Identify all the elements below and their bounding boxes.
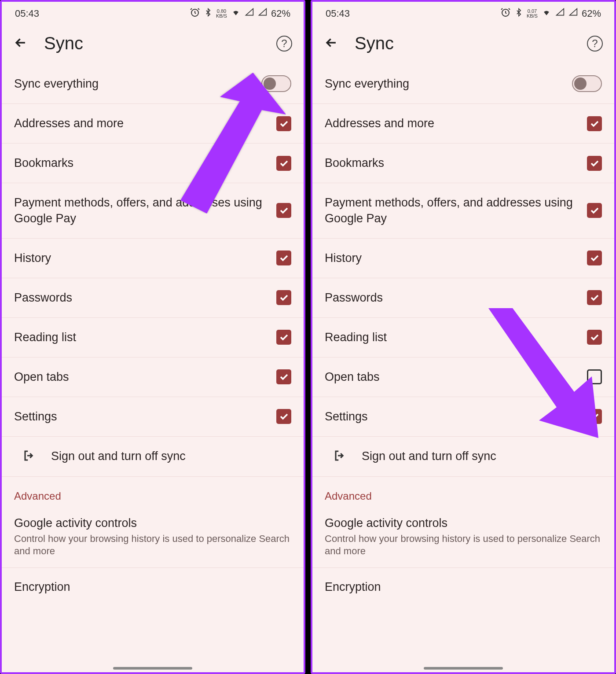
status-time: 05:43 <box>326 8 350 19</box>
sync-item-label: Bookmarks <box>14 155 276 171</box>
sync-everything-label: Sync everything <box>14 76 261 92</box>
sync-item-row[interactable]: Addresses and more <box>312 104 614 144</box>
sync-item-label: History <box>325 250 587 266</box>
network-speed: 0.07 KB/S <box>527 9 538 18</box>
encryption-label: Encryption <box>325 580 602 594</box>
sync-item-checkbox[interactable] <box>587 369 602 384</box>
phone-left: 05:43 0.80 KB/S <box>0 0 305 674</box>
signout-row[interactable]: Sign out and turn off sync <box>2 437 304 477</box>
sync-item-checkbox[interactable] <box>587 290 602 305</box>
gac-title: Google activity controls <box>14 516 291 530</box>
sync-item-label: Addresses and more <box>14 115 276 131</box>
page-header: Sync ? <box>312 24 614 64</box>
sync-item-checkbox[interactable] <box>587 409 602 424</box>
sync-item-label: Bookmarks <box>325 155 587 171</box>
sync-item-label: Open tabs <box>14 369 276 385</box>
sync-item-row[interactable]: Reading list <box>2 318 304 357</box>
sync-item-row[interactable]: Payment methods, offers, and addresses u… <box>312 183 614 239</box>
sync-item-row[interactable]: Settings <box>2 397 304 437</box>
status-bar: 05:43 0.80 KB/S <box>2 2 304 24</box>
page-title: Sync <box>44 33 260 53</box>
signal-icon-1 <box>245 8 254 19</box>
sync-item-row[interactable]: Open tabs <box>312 357 614 397</box>
google-activity-controls-row[interactable]: Google activity controls Control how you… <box>312 507 614 568</box>
sync-everything-label: Sync everything <box>325 76 572 92</box>
sync-item-row[interactable]: Payment methods, offers, and addresses u… <box>2 183 304 239</box>
signal-icon-1 <box>555 8 565 19</box>
sync-item-label: Passwords <box>14 290 276 306</box>
sync-item-row[interactable]: Addresses and more <box>2 104 304 144</box>
bluetooth-icon <box>514 7 523 20</box>
sync-item-row[interactable]: Passwords <box>312 278 614 318</box>
sync-item-label: History <box>14 250 276 266</box>
help-icon[interactable]: ? <box>587 36 603 52</box>
signout-label: Sign out and turn off sync <box>51 449 186 463</box>
signout-label: Sign out and turn off sync <box>362 449 496 463</box>
sync-item-checkbox[interactable] <box>276 156 291 171</box>
sync-item-label: Payment methods, offers, and addresses u… <box>325 195 587 227</box>
bluetooth-icon <box>204 7 213 20</box>
sync-item-checkbox[interactable] <box>276 203 291 218</box>
sync-item-checkbox[interactable] <box>276 290 291 305</box>
sync-item-checkbox[interactable] <box>587 330 602 345</box>
sync-item-row[interactable]: Bookmarks <box>312 144 614 183</box>
google-activity-controls-row[interactable]: Google activity controls Control how you… <box>2 507 304 568</box>
signout-icon <box>334 449 347 464</box>
alarm-icon <box>500 7 511 20</box>
sync-item-row[interactable]: Open tabs <box>2 357 304 397</box>
status-bar: 05:43 0.07 KB/S <box>312 2 614 24</box>
sync-item-label: Payment methods, offers, and addresses u… <box>14 195 276 227</box>
battery-percent: 62% <box>582 8 601 19</box>
sync-everything-row[interactable]: Sync everything <box>2 64 304 104</box>
wifi-icon <box>541 8 552 19</box>
encryption-row[interactable]: Encryption <box>312 568 614 602</box>
sync-item-checkbox[interactable] <box>276 409 291 424</box>
gac-description: Control how your browsing history is use… <box>14 533 291 558</box>
advanced-header: Advanced <box>2 477 304 507</box>
sync-item-checkbox[interactable] <box>587 156 602 171</box>
sync-everything-toggle[interactable] <box>572 75 602 92</box>
nav-handle[interactable] <box>113 667 192 670</box>
sync-item-row[interactable]: Reading list <box>312 318 614 357</box>
wifi-icon <box>231 8 241 19</box>
gac-title: Google activity controls <box>325 516 602 530</box>
battery-percent: 62% <box>271 8 290 19</box>
status-time: 05:43 <box>15 8 39 19</box>
signout-row[interactable]: Sign out and turn off sync <box>312 437 614 477</box>
sync-item-checkbox[interactable] <box>587 250 602 265</box>
back-arrow-icon[interactable] <box>13 35 28 52</box>
sync-everything-toggle[interactable] <box>261 75 291 92</box>
sync-item-label: Reading list <box>14 329 276 345</box>
nav-bar <box>312 663 614 672</box>
sync-item-checkbox[interactable] <box>276 116 291 131</box>
sync-item-row[interactable]: Bookmarks <box>2 144 304 183</box>
sync-item-row[interactable]: Settings <box>312 397 614 437</box>
sync-everything-row[interactable]: Sync everything <box>312 64 614 104</box>
page-header: Sync ? <box>2 24 304 64</box>
phone-right: 05:43 0.07 KB/S <box>311 0 616 674</box>
sync-item-label: Open tabs <box>325 369 587 385</box>
encryption-row[interactable]: Encryption <box>2 568 304 602</box>
sync-item-row[interactable]: Passwords <box>2 278 304 318</box>
sync-item-checkbox[interactable] <box>276 250 291 265</box>
sync-item-checkbox[interactable] <box>276 369 291 384</box>
alarm-icon <box>190 7 200 20</box>
advanced-header: Advanced <box>312 477 614 507</box>
sync-item-row[interactable]: History <box>2 239 304 278</box>
gac-description: Control how your browsing history is use… <box>325 533 602 558</box>
sync-item-checkbox[interactable] <box>587 203 602 218</box>
sync-item-row[interactable]: History <box>312 239 614 278</box>
network-speed: 0.80 KB/S <box>216 9 227 18</box>
sync-item-checkbox[interactable] <box>276 330 291 345</box>
sync-item-label: Addresses and more <box>325 115 587 131</box>
signout-icon <box>23 449 36 464</box>
help-icon[interactable]: ? <box>276 36 292 52</box>
sync-item-checkbox[interactable] <box>587 116 602 131</box>
signal-icon-2 <box>258 8 268 19</box>
nav-handle[interactable] <box>424 667 503 670</box>
page-title: Sync <box>355 33 571 53</box>
back-arrow-icon[interactable] <box>324 35 339 52</box>
signal-icon-2 <box>568 8 578 19</box>
sync-item-label: Passwords <box>325 290 587 306</box>
sync-item-label: Settings <box>325 409 587 424</box>
